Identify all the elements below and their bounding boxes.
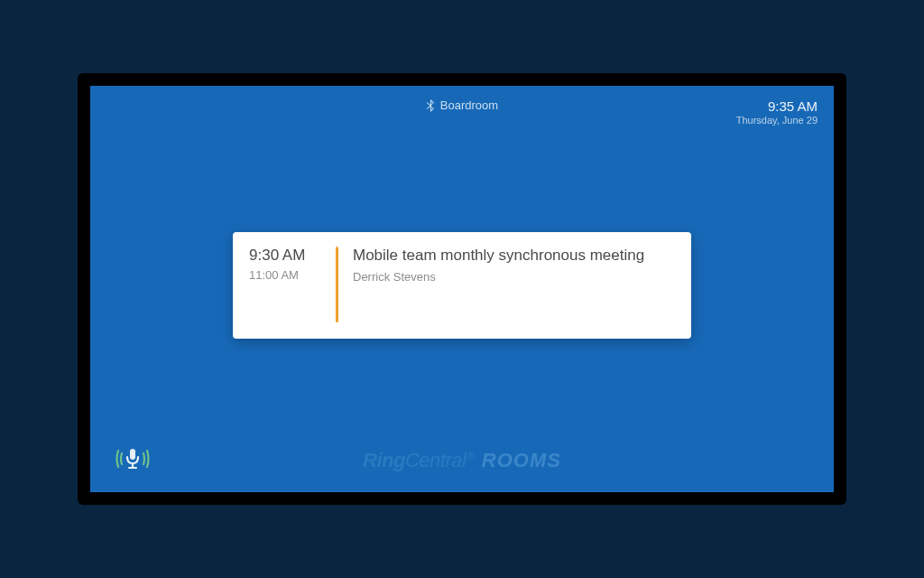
brand-registered: ® (467, 452, 474, 461)
brand-logo: RingCentral® ROOMS (363, 449, 561, 472)
brand-ringcentral: RingCentral (363, 449, 466, 472)
clock-area: 9:35 AM Thursday, June 29 (736, 98, 818, 126)
brand-rooms: ROOMS (482, 449, 561, 472)
meeting-title: Mobile team monthly synchronous meeting (353, 247, 644, 265)
current-time: 9:35 AM (736, 98, 818, 114)
current-date: Thursday, June 29 (736, 115, 818, 126)
room-name: Boardroom (440, 98, 498, 112)
bluetooth-icon (426, 99, 435, 112)
status-bar: Boardroom 9:35 AM Thursday, June 29 (90, 98, 834, 112)
meeting-card[interactable]: 9:30 AM 11:00 AM Mobile team monthly syn… (233, 232, 691, 339)
room-name-indicator: Boardroom (426, 98, 498, 112)
svg-rect-0 (130, 449, 135, 460)
meeting-accent-bar (336, 247, 338, 322)
meeting-organizer: Derrick Stevens (353, 270, 644, 284)
microphone-button[interactable] (116, 445, 150, 472)
meeting-times: 9:30 AM 11:00 AM (249, 247, 336, 322)
meeting-start-time: 9:30 AM (249, 247, 336, 265)
meeting-end-time: 11:00 AM (249, 268, 336, 282)
room-screen: Boardroom 9:35 AM Thursday, June 29 9:30… (90, 86, 834, 492)
device-frame: Boardroom 9:35 AM Thursday, June 29 9:30… (78, 73, 846, 505)
meeting-details: Mobile team monthly synchronous meeting … (353, 247, 644, 322)
